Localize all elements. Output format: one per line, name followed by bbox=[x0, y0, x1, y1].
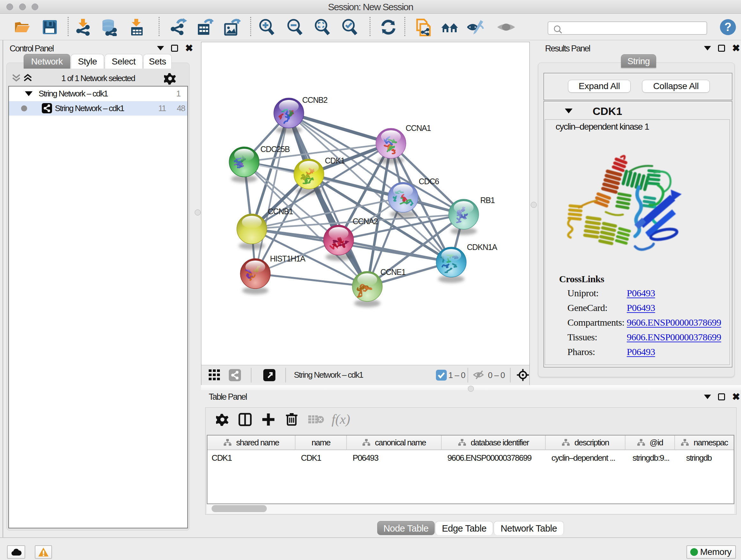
svg-text:CDC25B: CDC25B bbox=[260, 145, 290, 153]
svg-text:CCNA2: CCNA2 bbox=[353, 217, 378, 226]
svg-text:CDC6: CDC6 bbox=[419, 177, 439, 186]
svg-text:CCNB2: CCNB2 bbox=[302, 96, 327, 105]
svg-text:RB1: RB1 bbox=[480, 196, 495, 205]
svg-text:CCNA1: CCNA1 bbox=[406, 124, 431, 132]
svg-text:CDKN1A: CDKN1A bbox=[467, 243, 497, 252]
svg-text:CDK1: CDK1 bbox=[325, 156, 345, 165]
svg-text:CCNB1: CCNB1 bbox=[268, 207, 293, 216]
svg-text:?: ? bbox=[724, 20, 731, 34]
svg-text:HIST1H1A: HIST1H1A bbox=[270, 254, 306, 263]
svg-text:CCNE1: CCNE1 bbox=[381, 267, 406, 276]
